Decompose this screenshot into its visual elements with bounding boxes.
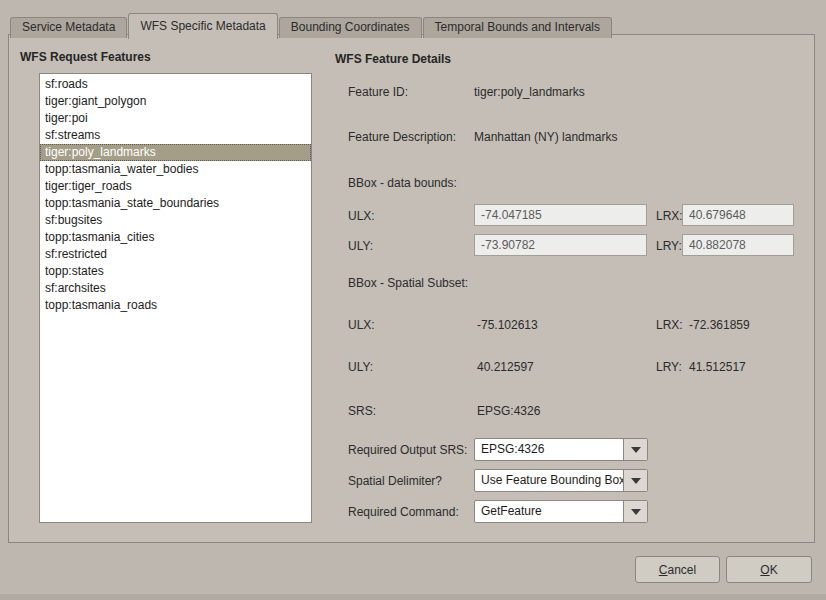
feature-description-label: Feature Description: (348, 130, 456, 144)
list-item[interactable]: sf:roads (40, 76, 311, 93)
data-bounds-uly-label: ULY: (348, 239, 373, 253)
required-command-label: Required Command: (348, 505, 459, 519)
subset-lry-value: 41.512517 (689, 360, 746, 374)
subset-lrx-label: LRX: (656, 318, 683, 332)
spatial-delimiter-value: Use Feature Bounding Box (475, 470, 623, 491)
list-item[interactable]: topp:tasmania_water_bodies (40, 161, 311, 178)
feature-description-value: Manhattan (NY) landmarks (474, 130, 617, 144)
required-output-srs-label: Required Output SRS: (348, 443, 467, 457)
data-bounds-lry-label: LRY: (656, 239, 682, 253)
data-bounds-uly-input[interactable] (474, 234, 647, 256)
list-item[interactable]: topp:states (40, 263, 311, 280)
feature-id-label: Feature ID: (348, 85, 408, 99)
subset-ulx-label: ULX: (348, 318, 375, 332)
list-item[interactable]: tiger:giant_polygon (40, 93, 311, 110)
tab-bounding-coordinates[interactable]: Bounding Coordinates (279, 17, 422, 38)
list-item[interactable]: tiger:poly_landmarks (40, 144, 311, 161)
tab-bar: Service Metadata WFS Specific Metadata B… (10, 13, 612, 38)
features-list-title: WFS Request Features (20, 50, 151, 64)
tab-temporal-bounds-and-intervals[interactable]: Temporal Bounds and Intervals (423, 17, 612, 38)
tab-wfs-specific-metadata[interactable]: WFS Specific Metadata (128, 13, 277, 39)
chevron-down-icon (623, 470, 647, 491)
list-item[interactable]: tiger:poi (40, 110, 311, 127)
wfs-metadata-dialog: Service Metadata WFS Specific Metadata B… (0, 0, 826, 600)
required-command-select[interactable]: GetFeature (474, 500, 648, 523)
list-item[interactable]: tiger:tiger_roads (40, 178, 311, 195)
subset-uly-label: ULY: (348, 360, 373, 374)
data-bounds-lry-input[interactable] (682, 234, 794, 256)
list-item[interactable]: topp:tasmania_state_boundaries (40, 195, 311, 212)
list-item[interactable]: sf:restricted (40, 246, 311, 263)
tab-service-metadata[interactable]: Service Metadata (10, 17, 127, 38)
chevron-down-icon (623, 501, 647, 522)
required-output-srs-value: EPSG:4326 (475, 439, 623, 460)
srs-label: SRS: (348, 404, 376, 418)
subset-uly-value: 40.212597 (477, 360, 534, 374)
list-item[interactable]: sf:streams (40, 127, 311, 144)
subset-ulx-value: -75.102613 (477, 318, 538, 332)
srs-value: EPSG:4326 (477, 404, 540, 418)
feature-id-value: tiger:poly_landmarks (474, 85, 585, 99)
required-command-value: GetFeature (475, 501, 623, 522)
subset-lrx-value: -72.361859 (689, 318, 750, 332)
data-bounds-lrx-input[interactable] (682, 204, 794, 226)
list-item[interactable]: topp:tasmania_roads (40, 297, 311, 314)
subset-lry-label: LRY: (656, 360, 682, 374)
data-bounds-ulx-label: ULX: (348, 209, 375, 223)
chevron-down-icon (623, 439, 647, 460)
bbox-data-bounds-label: BBox - data bounds: (348, 176, 457, 190)
data-bounds-lrx-label: LRX: (656, 209, 683, 223)
feature-details-title: WFS Feature Details (335, 52, 451, 66)
bbox-spatial-subset-label: BBox - Spatial Subset: (348, 276, 468, 290)
spatial-delimiter-select[interactable]: Use Feature Bounding Box (474, 469, 648, 492)
list-item[interactable]: sf:bugsites (40, 212, 311, 229)
required-output-srs-select[interactable]: EPSG:4326 (474, 438, 648, 461)
ok-button[interactable]: OK (726, 556, 812, 583)
data-bounds-ulx-input[interactable] (474, 204, 647, 226)
spatial-delimiter-label: Spatial Delimiter? (348, 474, 442, 488)
cancel-button[interactable]: Cancel (635, 556, 720, 583)
window-bottom-edge (0, 594, 826, 600)
feature-list[interactable]: sf:roadstiger:giant_polygontiger:poisf:s… (39, 73, 312, 523)
list-item[interactable]: sf:archsites (40, 280, 311, 297)
list-item[interactable]: topp:tasmania_cities (40, 229, 311, 246)
